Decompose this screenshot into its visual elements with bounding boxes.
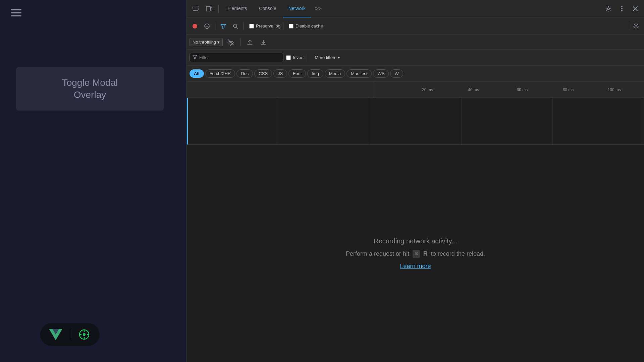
devtools-filter-row: Invert More filters ▾ bbox=[187, 50, 644, 66]
hamburger-line-1 bbox=[11, 9, 21, 10]
network-settings-button[interactable] bbox=[631, 21, 641, 32]
svg-point-3 bbox=[83, 333, 86, 336]
kebab-menu-button[interactable] bbox=[616, 3, 628, 15]
tick-80ms: 80 ms bbox=[563, 87, 574, 92]
toolbar-separator-2 bbox=[244, 22, 244, 30]
chip-js[interactable]: JS bbox=[273, 69, 287, 78]
svg-rect-9 bbox=[206, 6, 210, 11]
svg-point-12 bbox=[621, 6, 623, 7]
inspect-element-button[interactable] bbox=[190, 3, 202, 15]
preserve-log-checkbox[interactable] bbox=[249, 24, 254, 28]
grid-cell-2 bbox=[279, 98, 370, 144]
clear-button[interactable] bbox=[202, 21, 212, 32]
tick-100ms: 100 ms bbox=[608, 87, 621, 92]
bottom-bar-divider bbox=[70, 329, 70, 340]
grid-cell-4 bbox=[462, 98, 553, 144]
left-panel: Toggle ModalOverlay bbox=[0, 0, 186, 362]
invert-group: Invert bbox=[286, 55, 304, 60]
tab-separator-1 bbox=[218, 5, 219, 13]
devtools-panel: Elements Console Network >> bbox=[186, 0, 644, 362]
chip-all[interactable]: All bbox=[190, 69, 204, 78]
tick-40ms: 40 ms bbox=[468, 87, 479, 92]
close-devtools-button[interactable] bbox=[629, 3, 641, 15]
more-filters-button[interactable]: More filters ▾ bbox=[312, 54, 343, 61]
chip-img[interactable]: Img bbox=[307, 69, 323, 78]
filter-input-wrapper bbox=[190, 53, 283, 62]
recording-status-text: Recording network activity... bbox=[374, 237, 457, 245]
bottom-bar bbox=[40, 323, 100, 346]
svg-point-13 bbox=[621, 8, 623, 9]
devtools-topbar: Elements Console Network >> bbox=[187, 0, 644, 17]
timeline-grid-area bbox=[188, 98, 644, 144]
search-button[interactable] bbox=[230, 21, 241, 32]
tab-console[interactable]: Console bbox=[254, 0, 281, 17]
topbar-right bbox=[602, 3, 641, 15]
chip-doc[interactable]: Doc bbox=[236, 69, 253, 78]
vuejs-logo[interactable] bbox=[48, 327, 63, 342]
record-button[interactable] bbox=[190, 21, 200, 32]
chip-font[interactable]: Font bbox=[288, 69, 306, 78]
grid-cell-3 bbox=[370, 98, 462, 144]
filter-button[interactable] bbox=[218, 21, 229, 32]
filter-separator bbox=[308, 54, 308, 62]
devtools-toolbar-row1: Preserve log Disable cache bbox=[187, 17, 644, 35]
hamburger-menu[interactable] bbox=[11, 9, 21, 16]
import-har-button[interactable] bbox=[245, 37, 255, 48]
toolbar-separator-3 bbox=[283, 22, 283, 30]
filter-funnel-icon bbox=[193, 55, 197, 60]
toolbar-right bbox=[628, 21, 641, 32]
perform-request-text: Perform a request or hit ⌘ R to record t… bbox=[346, 250, 485, 257]
throttle-selector[interactable]: No throttling ▾ bbox=[190, 38, 223, 46]
svg-rect-8 bbox=[193, 6, 198, 10]
crosshair-icon[interactable] bbox=[77, 327, 92, 342]
toolbar-separator-5 bbox=[240, 38, 240, 46]
export-har-button[interactable] bbox=[258, 37, 269, 48]
toolbar-separator-1 bbox=[215, 22, 215, 30]
tick-60ms: 60 ms bbox=[517, 87, 528, 92]
chip-manifest[interactable]: Manifest bbox=[346, 69, 372, 78]
tab-more-button[interactable]: >> bbox=[312, 3, 324, 15]
grid-cell-1 bbox=[188, 98, 279, 144]
preserve-log-group: Preserve log bbox=[249, 23, 280, 28]
chip-css[interactable]: CSS bbox=[254, 69, 272, 78]
svg-point-15 bbox=[193, 24, 197, 28]
tab-elements[interactable]: Elements bbox=[222, 0, 252, 17]
toggle-modal-card[interactable]: Toggle ModalOverlay bbox=[16, 67, 164, 111]
chip-media[interactable]: Media bbox=[325, 69, 345, 78]
invert-checkbox[interactable] bbox=[286, 55, 291, 60]
toolbar-separator-4 bbox=[629, 22, 629, 30]
disable-cache-group: Disable cache bbox=[289, 23, 323, 28]
tab-network[interactable]: Network bbox=[283, 0, 311, 17]
network-conditions-button[interactable] bbox=[225, 37, 236, 48]
devtools-toolbar-row2: No throttling ▾ bbox=[187, 35, 644, 50]
disable-cache-label[interactable]: Disable cache bbox=[296, 23, 323, 28]
type-filter-bar: All Fetch/XHR Doc CSS JS Font Img Media … bbox=[187, 66, 644, 82]
chip-ws[interactable]: WS bbox=[373, 69, 389, 78]
svg-point-14 bbox=[621, 10, 623, 11]
device-toggle-button[interactable] bbox=[203, 3, 215, 15]
timeline-header: 20 ms 40 ms 60 ms 80 ms 100 ms bbox=[187, 82, 644, 98]
timeline-left-spacer bbox=[187, 82, 373, 98]
hamburger-line-3 bbox=[11, 15, 21, 16]
invert-label[interactable]: Invert bbox=[293, 55, 304, 60]
hamburger-line-2 bbox=[11, 12, 21, 13]
cmd-key: ⌘ bbox=[413, 250, 420, 258]
grid-cell-5 bbox=[553, 98, 644, 144]
toggle-modal-label: Toggle ModalOverlay bbox=[62, 77, 118, 101]
network-empty-state: Recording network activity... Perform a … bbox=[187, 145, 644, 362]
svg-point-11 bbox=[607, 8, 609, 10]
disable-cache-checkbox[interactable] bbox=[289, 24, 293, 28]
preserve-log-label[interactable]: Preserve log bbox=[256, 23, 280, 28]
network-timeline-area bbox=[187, 98, 644, 145]
chip-fetch-xhr[interactable]: Fetch/XHR bbox=[205, 69, 235, 78]
chip-w[interactable]: W bbox=[390, 69, 403, 78]
network-content-area: Recording network activity... Perform a … bbox=[187, 145, 644, 362]
svg-point-19 bbox=[230, 45, 231, 46]
svg-rect-10 bbox=[211, 8, 212, 10]
learn-more-link[interactable]: Learn more bbox=[400, 263, 431, 270]
filter-input[interactable] bbox=[199, 55, 280, 60]
settings-button[interactable] bbox=[602, 3, 614, 15]
svg-point-18 bbox=[635, 25, 637, 27]
shortcut-r-key: R bbox=[423, 250, 428, 257]
tick-20ms: 20 ms bbox=[422, 87, 433, 92]
